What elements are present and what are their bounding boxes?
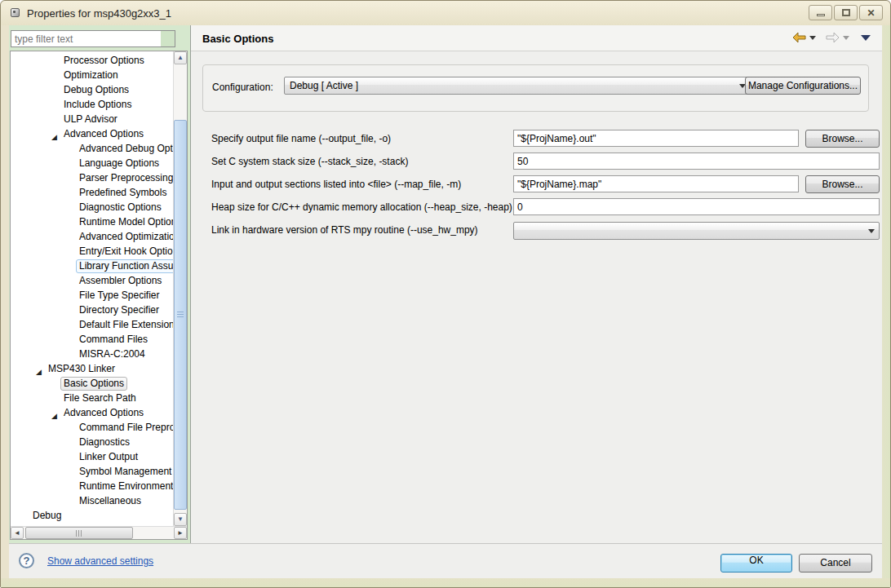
scroll-right-button[interactable]: ► xyxy=(174,527,187,539)
browse-button[interactable]: Browse... xyxy=(805,175,880,193)
tree-item-assembler-options[interactable]: Assembler Options xyxy=(11,273,165,288)
tree-item-label: Command File Prepro xyxy=(76,421,178,435)
tree-item-entry-exit-hook-option[interactable]: Entry/Exit Hook Option xyxy=(11,244,181,259)
tree-item-directory-specifier[interactable]: Directory Specifier xyxy=(11,303,162,317)
tree-item-default-file-extensions[interactable]: Default File Extensions xyxy=(11,317,183,332)
properties-sidebar: Processor OptionsOptimizationDebug Optio… xyxy=(9,25,190,543)
tree-item-optimization[interactable]: Optimization xyxy=(11,68,122,82)
tree-item-debug[interactable]: Debug xyxy=(11,508,64,523)
tree-item-parser-preprocessing-c[interactable]: Parser Preprocessing C xyxy=(11,170,186,185)
tree-item-diagnostic-options[interactable]: Diagnostic Options xyxy=(11,200,165,214)
history-nav xyxy=(792,32,871,43)
tree-item-label: Library Function Assur xyxy=(76,259,180,273)
forward-menu-caret-icon[interactable] xyxy=(843,36,849,40)
tree-item-miscellaneous[interactable]: Miscellaneous xyxy=(11,493,144,508)
page-title: Basic Options xyxy=(202,33,273,45)
tree-item-linker-output[interactable]: Linker Output xyxy=(11,449,141,464)
chevron-down-icon xyxy=(868,229,875,233)
tree-item-label: Advanced Debug Opti xyxy=(76,142,178,156)
dialog-footer: ? Show advanced settings OK Cancel xyxy=(9,543,882,578)
tree-item-advanced-options[interactable]: ◢Advanced Options xyxy=(11,405,147,420)
tree-item-label: ULP Advisor xyxy=(60,113,121,126)
tree-item-label: Linker Output xyxy=(76,450,141,464)
tree-item-msp430-linker[interactable]: ◢MSP430 Linker xyxy=(11,361,118,376)
option-dropdown[interactable] xyxy=(513,222,880,240)
tree-item-label: Miscellaneous xyxy=(76,494,144,508)
tree-item-command-files[interactable]: Command Files xyxy=(11,332,151,347)
view-menu-icon[interactable] xyxy=(861,35,871,41)
option-label: Specify output file name (--output_file,… xyxy=(211,133,391,144)
option-input[interactable] xyxy=(513,130,799,147)
tree-item-advanced-options[interactable]: ◢Advanced Options xyxy=(11,126,147,141)
option-input[interactable] xyxy=(513,198,880,215)
window-frame-left xyxy=(1,25,9,587)
tree-item-runtime-model-option[interactable]: Runtime Model Option xyxy=(11,214,180,229)
configuration-group: Configuration: Debug [ Active ] Manage C… xyxy=(202,64,869,112)
ok-button[interactable]: OK xyxy=(720,554,792,573)
tree-item-label: Advanced Optimizatio xyxy=(76,230,178,244)
tree-item-label: Runtime Environment xyxy=(76,480,176,493)
back-arrow-icon[interactable] xyxy=(792,32,806,43)
tree-item-misra-c-2004[interactable]: MISRA-C:2004 xyxy=(11,347,148,361)
vertical-scroll-thumb[interactable] xyxy=(174,120,187,510)
tree-item-command-file-prepro[interactable]: Command File Prepro xyxy=(11,420,178,435)
window-frame-bottom xyxy=(1,578,890,587)
tree-vertical-scrollbar[interactable]: ▲ ▼ xyxy=(173,51,187,526)
filter-input[interactable] xyxy=(11,31,161,46)
basic-options-page: Basic Options Configuration: Debug [ Act… xyxy=(191,25,882,543)
tree-item-diagnostics[interactable]: Diagnostics xyxy=(11,435,133,449)
tree-item-label: Advanced Options xyxy=(60,127,147,141)
tree-item-label: MSP430 Linker xyxy=(45,362,118,376)
tree-item-label: Entry/Exit Hook Option xyxy=(76,245,181,259)
back-menu-caret-icon[interactable] xyxy=(809,36,816,40)
configuration-label: Configuration: xyxy=(212,82,273,93)
tree-item-label: Predefined Symbols xyxy=(76,186,170,200)
tree-item-include-options[interactable]: Include Options xyxy=(11,97,135,112)
scroll-left-button[interactable]: ◄ xyxy=(11,527,24,539)
window-controls: ✕ xyxy=(809,5,883,20)
option-row: Specify output file name (--output_file,… xyxy=(191,130,882,149)
tree-horizontal-scrollbar[interactable]: ◄ ► xyxy=(11,526,187,539)
option-input[interactable] xyxy=(513,175,799,192)
scroll-up-button[interactable]: ▲ xyxy=(174,51,187,64)
tree-item-processor-options[interactable]: Processor Options xyxy=(11,53,148,68)
filter-deco xyxy=(161,31,175,46)
horizontal-scroll-thumb[interactable] xyxy=(25,527,133,539)
minimize-icon xyxy=(817,14,825,16)
help-icon[interactable]: ? xyxy=(19,553,34,568)
tree-item-advanced-debug-opti[interactable]: Advanced Debug Opti xyxy=(11,141,178,156)
option-input[interactable] xyxy=(513,153,880,170)
tree-item-debug-options[interactable]: Debug Options xyxy=(11,82,132,97)
show-advanced-settings-link[interactable]: Show advanced settings xyxy=(47,555,153,567)
tree-item-advanced-optimizatio[interactable]: Advanced Optimizatio xyxy=(11,229,178,244)
filter-field-wrap xyxy=(11,30,175,47)
forward-arrow-icon[interactable] xyxy=(826,32,840,43)
tree-item-basic-options[interactable]: Basic Options xyxy=(11,376,127,391)
configuration-dropdown[interactable]: Debug [ Active ] xyxy=(284,77,751,95)
tree-item-file-type-specifier[interactable]: File Type Specifier xyxy=(11,288,163,303)
browse-button[interactable]: Browse... xyxy=(805,130,880,148)
option-row: Heap size for C/C++ dynamic memory alloc… xyxy=(191,198,882,218)
tree-item-runtime-environment[interactable]: Runtime Environment xyxy=(11,479,176,493)
tree-item-label: Diagnostics xyxy=(76,435,133,449)
manage-configurations-button[interactable]: Manage Configurations... xyxy=(745,77,861,95)
tree-item-label: Command Files xyxy=(76,333,151,347)
tree-item-label: Parser Preprocessing C xyxy=(76,171,186,185)
tree-item-label: Assembler Options xyxy=(76,274,165,288)
close-button[interactable]: ✕ xyxy=(859,5,883,20)
tree-item-language-options[interactable]: Language Options xyxy=(11,156,162,170)
tree-item-symbol-management[interactable]: Symbol Management xyxy=(11,464,175,479)
cancel-button[interactable]: Cancel xyxy=(799,554,872,573)
option-label: Link in hardware version of RTS mpy rout… xyxy=(211,224,478,236)
scroll-down-button[interactable]: ▼ xyxy=(174,513,187,526)
thumb-grip-icon xyxy=(76,530,82,537)
tree-item-library-function-assur[interactable]: Library Function Assur xyxy=(11,259,180,273)
maximize-button[interactable] xyxy=(834,5,858,20)
minimize-button[interactable] xyxy=(809,5,832,20)
title-bar[interactable]: Properties for msp430g2xx3_1 ✕ xyxy=(1,1,890,25)
tree-item-file-search-path[interactable]: File Search Path xyxy=(11,391,140,405)
tree-item-label: Basic Options xyxy=(60,377,127,391)
tree-item-label: Debug xyxy=(29,509,64,523)
tree-item-predefined-symbols[interactable]: Predefined Symbols xyxy=(11,185,170,200)
tree-item-ulp-advisor[interactable]: ULP Advisor xyxy=(11,112,121,126)
